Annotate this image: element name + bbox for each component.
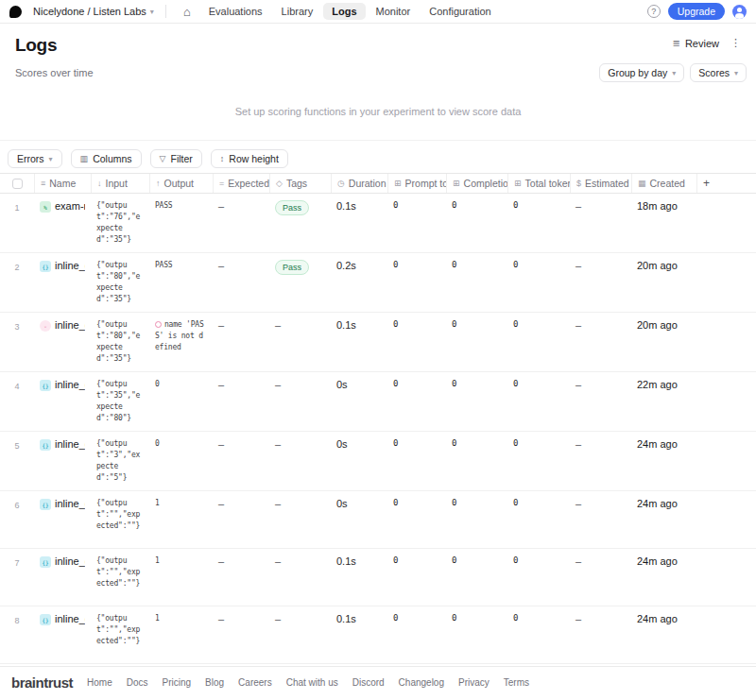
cell-extra — [696, 491, 756, 548]
cell-extra — [696, 372, 756, 431]
column-header-output[interactable]: ↑Output — [149, 174, 213, 193]
group-by-dropdown[interactable]: Group by day ▾ — [599, 63, 684, 82]
dollar-icon: $ — [576, 179, 581, 188]
cell-completion-tokens: 0 — [446, 194, 507, 252]
cell-output: 0 — [149, 432, 213, 490]
cell-duration: 0s — [331, 432, 387, 490]
column-header-estimated-c[interactable]: $Estimated c... — [570, 174, 631, 193]
row-number: 8 — [0, 606, 34, 663]
avatar[interactable] — [732, 5, 747, 19]
table-row[interactable]: 6 {} inline_co... {"output":"","expected… — [0, 491, 756, 549]
page-title: Logs — [15, 35, 57, 56]
footer-link-chat-with-us[interactable]: Chat with us — [286, 677, 338, 688]
cell-total-tokens: 0 — [507, 372, 570, 431]
cell-tags: Pass – — [269, 253, 331, 312]
cell-input: {"output":"80","expected":"35"} — [91, 253, 149, 312]
column-label: Duration — [349, 178, 387, 189]
cell-output: 1 — [149, 491, 213, 548]
cell-estimated-cost: – — [570, 491, 631, 548]
column-header-tags[interactable]: ◇Tags — [269, 174, 331, 193]
select-all-checkbox[interactable] — [12, 179, 23, 189]
cell-output: 1 — [149, 606, 213, 663]
footer-link-careers[interactable]: Careers — [238, 677, 272, 688]
org-switcher[interactable]: Nicelydone / Listen Labs ▾ — [33, 6, 154, 17]
scores-dropdown[interactable]: Scores ▾ — [690, 63, 747, 82]
table-row[interactable]: 8 {} inline_co... {"output":"","expected… — [0, 606, 756, 664]
upgrade-button[interactable]: Upgrade — [668, 3, 725, 20]
cell-total-tokens: 0 — [507, 194, 570, 252]
error-span-icon: ◦ — [40, 320, 51, 332]
footer-link-home[interactable]: Home — [87, 677, 112, 688]
cell-prompt-tokens: 0 — [387, 549, 446, 606]
cell-duration: 0.1s — [331, 194, 387, 252]
add-column-header[interactable]: + — [696, 174, 756, 193]
footer-link-discord[interactable]: Discord — [352, 677, 385, 688]
add-column-icon: + — [703, 177, 710, 190]
cell-extra — [696, 549, 756, 606]
cell-estimated-cost: – — [570, 606, 631, 663]
column-header-prompt-tok[interactable]: ⊞Prompt tok... — [387, 174, 446, 193]
footer-link-blog[interactable]: Blog — [205, 677, 224, 688]
chevron-down-icon: ▾ — [734, 69, 738, 77]
row-height-button[interactable]: ↕ Row height — [211, 149, 288, 168]
cell-extra — [696, 194, 756, 252]
cell-completion-tokens: 0 — [446, 606, 507, 663]
tag-badge: Pass — [275, 200, 309, 215]
row-name: inline_co... — [55, 498, 85, 509]
cell-extra — [696, 606, 756, 663]
error-icon — [155, 321, 162, 328]
footer-link-pricing[interactable]: Pricing — [163, 677, 192, 688]
columns-button[interactable]: ▥ Columns — [71, 149, 142, 168]
table-row[interactable]: 1 % exam-re... {"output":"76","expected"… — [0, 194, 756, 253]
column-header-input[interactable]: ↓Input — [91, 174, 149, 193]
row-number: 1 — [0, 194, 34, 252]
home-icon[interactable]: ⌂ — [178, 4, 197, 20]
rows-icon: ≡ — [41, 179, 45, 188]
cell-total-tokens: 0 — [507, 491, 570, 548]
column-header-duration[interactable]: ◷Duration — [331, 174, 387, 193]
calendar-icon: ▦ — [638, 179, 646, 188]
nav-item-monitor[interactable]: Monitor — [368, 3, 420, 20]
table-row[interactable]: 4 {} inline_co... {"output":"35","expect… — [0, 372, 756, 432]
table-row[interactable]: 7 {} inline_co... {"output":"","expected… — [0, 549, 756, 606]
cell-extra — [696, 432, 756, 490]
footer-link-changelog[interactable]: Changelog — [399, 677, 444, 688]
clock-icon: ◷ — [337, 179, 345, 188]
column-header-expected[interactable]: =Expected — [213, 174, 269, 193]
output-text: PASS — [155, 201, 172, 210]
cell-prompt-tokens: 0 — [387, 372, 446, 431]
output-text: name 'PASS' is not defined — [155, 320, 204, 351]
code-span-icon: {} — [40, 380, 51, 391]
footer-link-terms[interactable]: Terms — [504, 677, 529, 688]
footer-link-docs[interactable]: Docs — [127, 677, 148, 688]
cell-input: {"output":"76","expected":"35"} — [91, 194, 149, 252]
column-header-created[interactable]: ▦Created — [631, 174, 696, 193]
cell-prompt-tokens: 0 — [387, 432, 446, 490]
nav-item-evaluations[interactable]: Evaluations — [200, 3, 271, 20]
table-row[interactable]: 5 {} inline_co... {"output":"3","expecte… — [0, 432, 756, 491]
cell-duration: 0.1s — [331, 549, 387, 606]
column-header-total-tokens[interactable]: ⊞Total tokens — [507, 174, 570, 193]
help-icon[interactable]: ? — [647, 5, 661, 18]
footer-link-privacy[interactable]: Privacy — [458, 677, 490, 688]
kebab-menu-icon[interactable]: ⋮ — [729, 37, 743, 49]
column-header-name[interactable]: ≡Name — [34, 174, 91, 193]
cell-completion-tokens: 0 — [446, 491, 507, 548]
errors-dropdown[interactable]: Errors ▾ — [8, 149, 62, 168]
errors-label: Errors — [17, 153, 44, 164]
cell-output: PASS — [149, 253, 213, 312]
table-row[interactable]: 3 ◦ inline_co... {"output":"80","expecte… — [0, 313, 756, 372]
nav-item-configuration[interactable]: Configuration — [421, 3, 499, 20]
nav-item-logs[interactable]: Logs — [323, 3, 365, 20]
divider — [165, 5, 166, 18]
table-row[interactable]: 2 {} inline_co... {"output":"80","expect… — [0, 253, 756, 313]
nav-item-library[interactable]: Library — [273, 3, 322, 20]
column-label: Created — [650, 178, 685, 189]
braintrust-wordmark: braintrust — [11, 674, 73, 691]
column-header-completion[interactable]: ⊞Completion... — [446, 174, 507, 193]
column-label: Expected — [228, 178, 269, 189]
filter-button[interactable]: ▽ Filter — [150, 149, 202, 168]
row-number: 3 — [0, 313, 34, 371]
review-button[interactable]: ≣ Review — [673, 38, 719, 49]
tokens-icon: ⊞ — [394, 179, 402, 188]
